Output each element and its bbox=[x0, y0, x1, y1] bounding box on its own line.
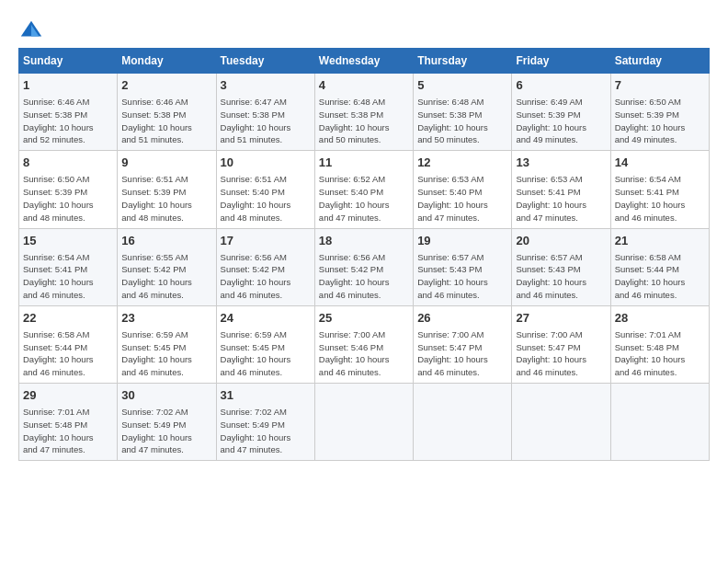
calendar-cell bbox=[610, 384, 709, 461]
calendar-cell: 30Sunrise: 7:02 AM Sunset: 5:49 PM Dayli… bbox=[118, 384, 216, 461]
day-header-tuesday: Tuesday bbox=[216, 49, 314, 74]
logo-icon bbox=[18, 18, 44, 44]
day-info: Sunrise: 6:50 AM Sunset: 5:39 PM Dayligh… bbox=[23, 173, 113, 224]
day-number: 19 bbox=[417, 233, 507, 249]
day-info: Sunrise: 7:00 AM Sunset: 5:46 PM Dayligh… bbox=[319, 328, 409, 379]
calendar-cell: 1Sunrise: 6:46 AM Sunset: 5:38 PM Daylig… bbox=[19, 74, 118, 151]
day-header-wednesday: Wednesday bbox=[314, 49, 413, 74]
day-header-thursday: Thursday bbox=[414, 49, 512, 74]
day-info: Sunrise: 6:58 AM Sunset: 5:44 PM Dayligh… bbox=[23, 328, 113, 379]
day-header-friday: Friday bbox=[512, 49, 610, 74]
day-header-sunday: Sunday bbox=[19, 49, 118, 74]
day-number: 24 bbox=[221, 310, 311, 327]
day-number: 21 bbox=[615, 233, 705, 249]
day-info: Sunrise: 6:57 AM Sunset: 5:43 PM Dayligh… bbox=[417, 251, 507, 302]
day-info: Sunrise: 6:58 AM Sunset: 5:44 PM Dayligh… bbox=[615, 251, 705, 302]
day-info: Sunrise: 6:57 AM Sunset: 5:43 PM Dayligh… bbox=[516, 251, 606, 302]
calendar-cell: 31Sunrise: 7:02 AM Sunset: 5:49 PM Dayli… bbox=[216, 384, 314, 461]
day-number: 1 bbox=[23, 77, 113, 94]
calendar-cell: 15Sunrise: 6:54 AM Sunset: 5:41 PM Dayli… bbox=[19, 228, 118, 305]
calendar-cell: 4Sunrise: 6:48 AM Sunset: 5:38 PM Daylig… bbox=[314, 74, 413, 151]
calendar-cell: 29Sunrise: 7:01 AM Sunset: 5:48 PM Dayli… bbox=[19, 384, 118, 461]
day-info: Sunrise: 6:48 AM Sunset: 5:38 PM Dayligh… bbox=[417, 96, 507, 146]
calendar-cell: 6Sunrise: 6:49 AM Sunset: 5:39 PM Daylig… bbox=[512, 74, 610, 151]
page-header bbox=[18, 18, 710, 44]
day-header-saturday: Saturday bbox=[610, 49, 709, 74]
day-number: 20 bbox=[516, 233, 606, 249]
day-number: 30 bbox=[121, 387, 211, 404]
calendar-cell: 3Sunrise: 6:47 AM Sunset: 5:38 PM Daylig… bbox=[216, 74, 314, 151]
calendar-cell: 7Sunrise: 6:50 AM Sunset: 5:39 PM Daylig… bbox=[610, 74, 709, 151]
calendar-table: SundayMondayTuesdayWednesdayThursdayFrid… bbox=[18, 48, 710, 461]
calendar-cell: 10Sunrise: 6:51 AM Sunset: 5:40 PM Dayli… bbox=[216, 151, 314, 228]
calendar-week-4: 22Sunrise: 6:58 AM Sunset: 5:44 PM Dayli… bbox=[19, 305, 710, 383]
day-number: 12 bbox=[417, 155, 507, 171]
day-number: 18 bbox=[319, 233, 409, 249]
day-info: Sunrise: 7:01 AM Sunset: 5:48 PM Dayligh… bbox=[615, 328, 705, 379]
day-info: Sunrise: 6:47 AM Sunset: 5:38 PM Dayligh… bbox=[221, 96, 311, 146]
calendar-cell: 26Sunrise: 7:00 AM Sunset: 5:47 PM Dayli… bbox=[414, 305, 512, 383]
calendar-week-2: 8Sunrise: 6:50 AM Sunset: 5:39 PM Daylig… bbox=[19, 151, 710, 228]
day-number: 31 bbox=[221, 387, 311, 404]
day-info: Sunrise: 6:59 AM Sunset: 5:45 PM Dayligh… bbox=[221, 328, 311, 379]
day-info: Sunrise: 6:55 AM Sunset: 5:42 PM Dayligh… bbox=[121, 251, 211, 302]
day-info: Sunrise: 6:46 AM Sunset: 5:38 PM Dayligh… bbox=[121, 96, 211, 146]
day-info: Sunrise: 6:53 AM Sunset: 5:40 PM Dayligh… bbox=[417, 173, 507, 224]
calendar-cell: 19Sunrise: 6:57 AM Sunset: 5:43 PM Dayli… bbox=[414, 228, 512, 305]
day-info: Sunrise: 6:56 AM Sunset: 5:42 PM Dayligh… bbox=[221, 251, 311, 302]
day-info: Sunrise: 6:59 AM Sunset: 5:45 PM Dayligh… bbox=[121, 328, 211, 379]
day-number: 27 bbox=[516, 310, 606, 327]
day-number: 3 bbox=[221, 77, 311, 94]
day-number: 2 bbox=[121, 77, 211, 94]
calendar-cell: 27Sunrise: 7:00 AM Sunset: 5:47 PM Dayli… bbox=[512, 305, 610, 383]
calendar-cell bbox=[414, 384, 512, 461]
day-number: 25 bbox=[319, 310, 409, 327]
day-number: 5 bbox=[417, 77, 507, 94]
calendar-cell: 17Sunrise: 6:56 AM Sunset: 5:42 PM Dayli… bbox=[216, 228, 314, 305]
calendar-cell: 14Sunrise: 6:54 AM Sunset: 5:41 PM Dayli… bbox=[610, 151, 709, 228]
day-number: 4 bbox=[319, 77, 409, 94]
day-info: Sunrise: 7:00 AM Sunset: 5:47 PM Dayligh… bbox=[417, 328, 507, 379]
calendar-week-1: 1Sunrise: 6:46 AM Sunset: 5:38 PM Daylig… bbox=[19, 74, 710, 151]
day-number: 13 bbox=[516, 155, 606, 171]
calendar-cell: 16Sunrise: 6:55 AM Sunset: 5:42 PM Dayli… bbox=[118, 228, 216, 305]
day-info: Sunrise: 6:51 AM Sunset: 5:40 PM Dayligh… bbox=[221, 173, 311, 224]
day-info: Sunrise: 6:48 AM Sunset: 5:38 PM Dayligh… bbox=[319, 96, 409, 146]
calendar-cell: 11Sunrise: 6:52 AM Sunset: 5:40 PM Dayli… bbox=[314, 151, 413, 228]
day-info: Sunrise: 6:51 AM Sunset: 5:39 PM Dayligh… bbox=[121, 173, 211, 224]
calendar-cell: 21Sunrise: 6:58 AM Sunset: 5:44 PM Dayli… bbox=[610, 228, 709, 305]
day-number: 15 bbox=[23, 233, 113, 249]
calendar-week-5: 29Sunrise: 7:01 AM Sunset: 5:48 PM Dayli… bbox=[19, 384, 710, 461]
calendar-cell: 5Sunrise: 6:48 AM Sunset: 5:38 PM Daylig… bbox=[414, 74, 512, 151]
day-number: 6 bbox=[516, 77, 606, 94]
day-number: 23 bbox=[121, 310, 211, 327]
day-number: 10 bbox=[221, 155, 311, 171]
day-header-monday: Monday bbox=[118, 49, 216, 74]
day-info: Sunrise: 6:46 AM Sunset: 5:38 PM Dayligh… bbox=[23, 96, 113, 146]
day-number: 22 bbox=[23, 310, 113, 327]
day-info: Sunrise: 6:54 AM Sunset: 5:41 PM Dayligh… bbox=[615, 173, 705, 224]
calendar-cell: 24Sunrise: 6:59 AM Sunset: 5:45 PM Dayli… bbox=[216, 305, 314, 383]
calendar-cell: 9Sunrise: 6:51 AM Sunset: 5:39 PM Daylig… bbox=[118, 151, 216, 228]
calendar-week-3: 15Sunrise: 6:54 AM Sunset: 5:41 PM Dayli… bbox=[19, 228, 710, 305]
calendar-cell: 20Sunrise: 6:57 AM Sunset: 5:43 PM Dayli… bbox=[512, 228, 610, 305]
calendar-cell: 25Sunrise: 7:00 AM Sunset: 5:46 PM Dayli… bbox=[314, 305, 413, 383]
calendar-cell: 13Sunrise: 6:53 AM Sunset: 5:41 PM Dayli… bbox=[512, 151, 610, 228]
day-info: Sunrise: 6:52 AM Sunset: 5:40 PM Dayligh… bbox=[319, 173, 409, 224]
day-info: Sunrise: 6:50 AM Sunset: 5:39 PM Dayligh… bbox=[615, 96, 705, 146]
day-number: 26 bbox=[417, 310, 507, 327]
calendar-cell: 8Sunrise: 6:50 AM Sunset: 5:39 PM Daylig… bbox=[19, 151, 118, 228]
day-info: Sunrise: 6:54 AM Sunset: 5:41 PM Dayligh… bbox=[23, 251, 113, 302]
calendar-cell: 22Sunrise: 6:58 AM Sunset: 5:44 PM Dayli… bbox=[19, 305, 118, 383]
day-number: 16 bbox=[121, 233, 211, 249]
day-info: Sunrise: 7:02 AM Sunset: 5:49 PM Dayligh… bbox=[121, 406, 211, 456]
day-number: 14 bbox=[615, 155, 705, 171]
day-number: 17 bbox=[221, 233, 311, 249]
day-number: 9 bbox=[121, 155, 211, 171]
calendar-cell: 23Sunrise: 6:59 AM Sunset: 5:45 PM Dayli… bbox=[118, 305, 216, 383]
day-number: 7 bbox=[615, 77, 705, 94]
day-number: 11 bbox=[319, 155, 409, 171]
calendar-cell bbox=[512, 384, 610, 461]
day-number: 28 bbox=[615, 310, 705, 327]
day-info: Sunrise: 6:53 AM Sunset: 5:41 PM Dayligh… bbox=[516, 173, 606, 224]
